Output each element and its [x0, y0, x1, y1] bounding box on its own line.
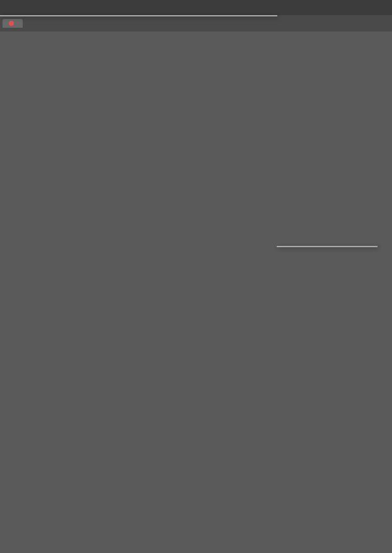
- tab-bar: [0, 15, 392, 32]
- tab-active[interactable]: [3, 19, 23, 28]
- tab-color-dot: [9, 21, 14, 26]
- main-menu: [0, 15, 277, 16]
- swatches-submenu: [277, 246, 378, 247]
- bottom-area: [0, 503, 392, 553]
- top-bar: [0, 0, 392, 15]
